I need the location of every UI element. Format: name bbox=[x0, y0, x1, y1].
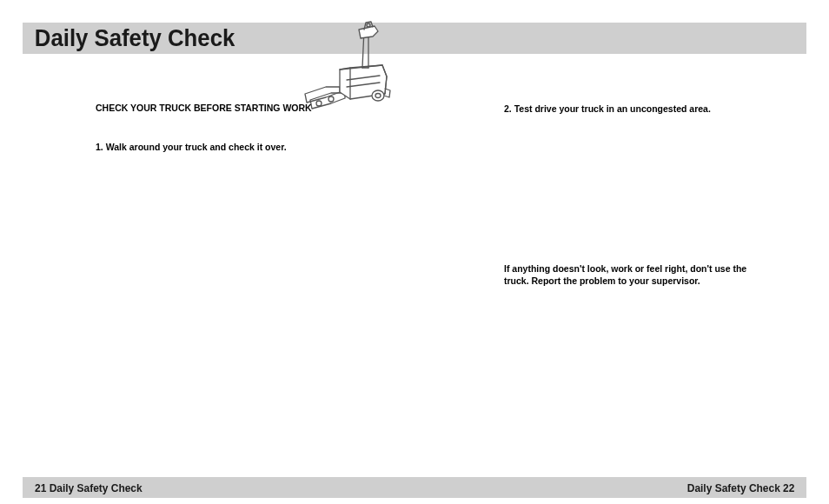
page-title: Daily Safety Check bbox=[23, 24, 235, 52]
right-column: 2. Test drive your truck in an uncongest… bbox=[504, 103, 773, 288]
footer-right: Daily Safety Check 22 bbox=[686, 481, 794, 494]
pallet-truck-illustration bbox=[300, 17, 395, 113]
svg-point-4 bbox=[367, 23, 370, 27]
svg-point-1 bbox=[328, 96, 334, 102]
warning-text: If anything doesn't look, work or feel r… bbox=[504, 262, 773, 287]
section-subhead: CHECK YOUR TRUCK BEFORE STARTING WORK bbox=[96, 103, 382, 113]
step-1: 1. Walk around your truck and check it o… bbox=[96, 141, 382, 153]
footer-band: 21 Daily Safety Check Daily Safety Check… bbox=[23, 477, 806, 498]
svg-point-2 bbox=[372, 90, 384, 101]
document-spread: Daily Safety Check bbox=[0, 0, 829, 504]
step-2: 2. Test drive your truck in an uncongest… bbox=[504, 103, 773, 115]
header-band: Daily Safety Check bbox=[23, 23, 806, 54]
left-column: CHECK YOUR TRUCK BEFORE STARTING WORK 1.… bbox=[96, 103, 382, 153]
footer-left: 21 Daily Safety Check bbox=[35, 481, 143, 494]
